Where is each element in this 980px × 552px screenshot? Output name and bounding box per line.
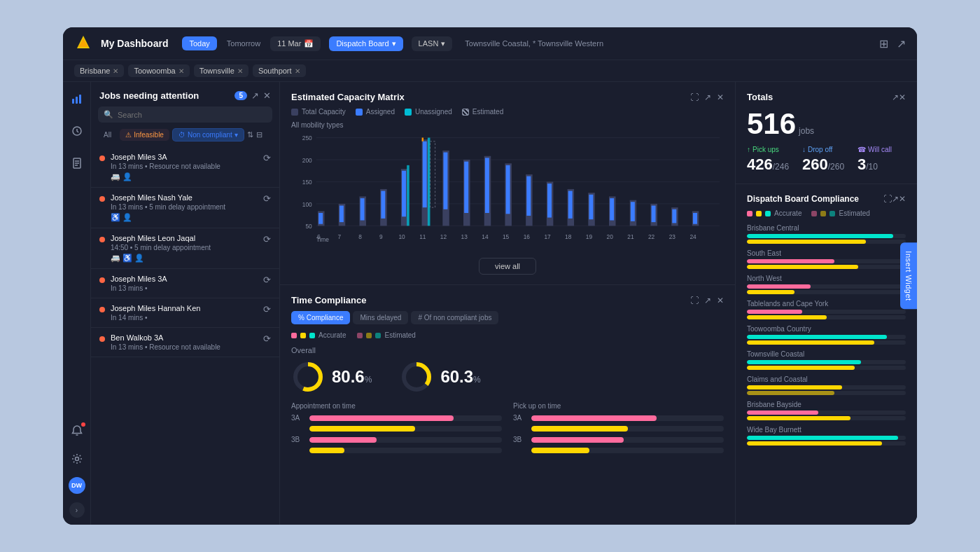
close-icon[interactable]: ✕	[295, 67, 300, 75]
jobs-panel-header: Jobs needing attention 5 ↗ ✕	[91, 82, 279, 106]
lasn-button[interactable]: LASN ▾	[412, 36, 453, 51]
job-action-button[interactable]: ⟳	[263, 275, 271, 285]
expand-dispatch-button[interactable]: ⛶	[883, 194, 892, 204]
svg-rect-48	[547, 184, 552, 217]
app-title: My Dashboard	[101, 38, 168, 49]
filter-tag-townsville[interactable]: Townsville ✕	[194, 64, 248, 77]
expand-button[interactable]: ›	[69, 502, 85, 518]
filter-tag-brisbane[interactable]: Brisbane ✕	[74, 64, 124, 77]
share-chart-button[interactable]: ↗	[704, 92, 711, 102]
bar-track-estimated	[747, 265, 906, 269]
filter-tag-southport[interactable]: Southport ✕	[253, 64, 306, 77]
bar-fill-pink	[531, 437, 624, 443]
logo-icon	[74, 34, 92, 53]
job-name: Ben Walkob 3A	[111, 333, 258, 342]
close-totals-button[interactable]: ✕	[899, 92, 906, 102]
job-action-button[interactable]: ⟳	[263, 234, 271, 244]
sidebar-item-document[interactable]	[67, 153, 87, 173]
share-dispatch-button[interactable]: ↗	[892, 194, 899, 204]
filter-infeasible-button[interactable]: ⚠ Infeasible	[120, 129, 169, 141]
dispatch-legend-row: Accurate Estimated	[747, 209, 906, 217]
dispatch-compliance-panel: Dispatch Board Compliance ⛶ ↗ ✕ Accurate	[736, 184, 917, 525]
svg-text:21: 21	[627, 233, 634, 240]
filter-tag-toowoomba[interactable]: Toowoomba ✕	[128, 64, 189, 77]
close-compliance-button[interactable]: ✕	[717, 296, 724, 305]
filter-all-button[interactable]: All	[98, 129, 117, 141]
job-name: Joseph Miles 3A	[111, 275, 258, 283]
job-status-dot	[99, 156, 105, 161]
chevron-down-icon: ▾	[392, 39, 396, 48]
tab-mins-delayed[interactable]: Mins delayed	[353, 311, 408, 324]
job-item[interactable]: Joseph Miles 3A In 13 mins • ⟳	[91, 269, 279, 298]
today-button[interactable]: Today	[182, 36, 216, 50]
expand-compliance-button[interactable]: ⛶	[690, 296, 699, 305]
close-icon[interactable]: ✕	[113, 67, 118, 75]
svg-rect-52	[589, 195, 593, 219]
capacity-matrix-header: Estimated Capacity Matrix ⛶ ↗ ✕	[291, 92, 724, 102]
job-item[interactable]: Ben Walkob 3A In 13 mins • Resource not …	[91, 328, 279, 357]
svg-rect-38	[443, 153, 447, 209]
dispatch-compliance-header: Dispatch Board Compliance ⛶ ↗ ✕	[747, 194, 906, 204]
share-jobs-button[interactable]: ↗	[251, 90, 259, 101]
bar-row-3a-yellow	[291, 426, 502, 432]
sidebar-item-clock[interactable]	[67, 121, 87, 141]
sort-button[interactable]: ⇅	[247, 130, 253, 139]
job-type-icons: 🚐 ♿ 👤	[111, 254, 258, 263]
tab-percent-compliance[interactable]: % Compliance	[291, 311, 350, 324]
close-icon[interactable]: ✕	[237, 67, 243, 75]
view-all-button[interactable]: view all	[479, 258, 536, 275]
tab-non-compliant[interactable]: # Of non compliant jobs	[411, 311, 498, 324]
legend-estimated: Estimated	[357, 331, 415, 339]
share-compliance-button[interactable]: ↗	[704, 296, 711, 305]
svg-text:23: 23	[669, 233, 676, 240]
search-input[interactable]	[118, 111, 267, 119]
job-item[interactable]: Joseph Miles 3A In 13 mins • Resource no…	[91, 147, 279, 188]
bar-track-accurate	[747, 410, 906, 415]
share-icon-button[interactable]: ↗	[897, 37, 906, 50]
job-item[interactable]: Joseph Miles Leon Jaqal 14:50 • 5 min de…	[91, 228, 279, 269]
job-action-button[interactable]: ⟳	[263, 193, 271, 204]
filter-button[interactable]: ⊟	[256, 130, 262, 139]
date-picker-button[interactable]: 11 Mar 📅	[270, 36, 321, 51]
close-icon[interactable]: ✕	[178, 67, 184, 75]
compliance-legend: Accurate Estimated	[291, 331, 724, 339]
grid-icon-button[interactable]: ⊞	[879, 37, 888, 50]
svg-text:9: 9	[379, 233, 383, 240]
job-action-button[interactable]: ⟳	[263, 333, 271, 344]
share-totals-button[interactable]: ↗	[892, 92, 899, 102]
bar-track	[531, 415, 724, 421]
close-chart-button[interactable]: ✕	[717, 92, 724, 102]
tomorrow-button[interactable]: Tomorrow	[220, 36, 267, 50]
bar-track-estimated	[747, 315, 906, 319]
search-box[interactable]: 🔍	[98, 106, 272, 123]
svg-text:250: 250	[302, 134, 312, 142]
sidebar-item-chart[interactable]	[67, 89, 87, 109]
svg-text:11: 11	[419, 233, 426, 240]
user-avatar[interactable]: DW	[69, 477, 85, 494]
dispatch-board-button[interactable]: Dispatch Board ▾	[329, 36, 402, 51]
dropoff-label: ↓ Drop off	[802, 146, 850, 153]
job-content: Joseph Miles Nash Yale In 13 mins • 5 mi…	[111, 193, 258, 222]
bar-row-3b: 3B	[291, 436, 502, 443]
bar-track	[309, 426, 502, 432]
bar-fill-pink	[531, 415, 657, 421]
sidebar-item-notifications[interactable]	[67, 421, 87, 441]
close-jobs-button[interactable]: ✕	[263, 90, 271, 101]
job-action-button[interactable]: ⟳	[263, 304, 271, 315]
close-dispatch-button[interactable]: ✕	[899, 194, 906, 204]
filter-row: Brisbane ✕ Toowoomba ✕ Townsville ✕ Sout…	[63, 60, 917, 82]
legend-assigned: Assigned	[356, 108, 395, 116]
legend-unassigned: Unassigned	[405, 108, 452, 116]
sidebar-item-settings[interactable]	[67, 449, 87, 469]
job-item[interactable]: Joseph Miles Hannah Ken In 14 mins • ⟳	[91, 298, 279, 328]
time-compliance-panel: Time Compliance ⛶ ↗ ✕ % Compliance Mins …	[280, 285, 735, 525]
dropoff-value: 260	[802, 156, 828, 173]
filter-non-compliant-button[interactable]: ⏱ Non compliant ▾	[172, 128, 244, 142]
svg-rect-40	[464, 162, 468, 213]
total-jobs-label: jobs	[799, 126, 814, 136]
chevron-down-icon: ▾	[234, 131, 238, 139]
insert-widget-tab[interactable]: Insert Widget	[900, 242, 917, 309]
expand-chart-button[interactable]: ⛶	[690, 92, 699, 102]
job-item[interactable]: Joseph Miles Nash Yale In 13 mins • 5 mi…	[91, 188, 279, 228]
job-action-button[interactable]: ⟳	[263, 153, 271, 163]
